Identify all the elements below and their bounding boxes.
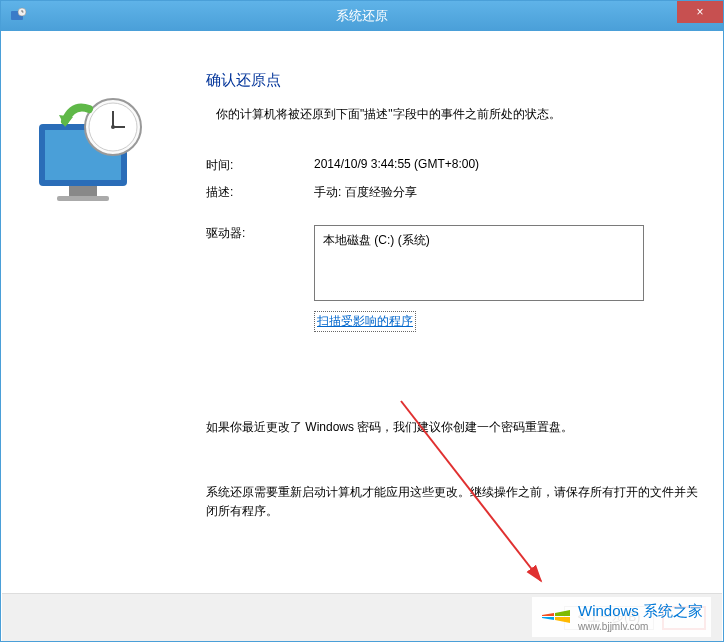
restart-note: 系统还原需要重新启动计算机才能应用这些更改。继续操作之前，请保存所有打开的文件并… — [206, 483, 699, 521]
windows-logo-icon — [540, 601, 572, 633]
time-label: 时间: — [206, 157, 314, 174]
watermark-url: www.bjjmlv.com — [578, 621, 703, 632]
time-value: 2014/10/9 3:44:55 (GMT+8:00) — [314, 157, 479, 174]
drive-row: 驱动器: 本地磁盘 (C:) (系统) 扫描受影响的程序 — [206, 225, 699, 332]
watermark: Windows 系统之家 www.bjjmlv.com — [532, 597, 711, 637]
svg-rect-5 — [57, 196, 109, 201]
desc-value: 手动: 百度经验分享 — [314, 184, 417, 201]
system-restore-icon — [9, 7, 27, 25]
intro-text: 你的计算机将被还原到下面"描述"字段中的事件之前所处的状态。 — [206, 106, 699, 123]
drive-listbox[interactable]: 本地磁盘 (C:) (系统) — [314, 225, 644, 301]
desc-label: 描述: — [206, 184, 314, 201]
svg-rect-4 — [69, 186, 97, 196]
restore-point-illustration-icon — [21, 79, 161, 219]
drive-label: 驱动器: — [206, 225, 314, 242]
drive-container: 本地磁盘 (C:) (系统) 扫描受影响的程序 — [314, 225, 644, 332]
close-icon: × — [696, 5, 703, 19]
watermark-brand: Windows 系统之家 — [578, 602, 703, 621]
desc-row: 描述: 手动: 百度经验分享 — [206, 184, 699, 201]
watermark-text: Windows 系统之家 www.bjjmlv.com — [578, 602, 703, 632]
titlebar: 系统还原 × — [1, 1, 723, 31]
svg-point-10 — [111, 125, 115, 129]
close-button[interactable]: × — [677, 1, 723, 23]
window-title: 系统还原 — [336, 7, 388, 25]
system-restore-window: 系统还原 × — [0, 0, 724, 642]
password-note: 如果你最近更改了 Windows 密码，我们建议你创建一个密码重置盘。 — [206, 418, 699, 437]
drive-item: 本地磁盘 (C:) (系统) — [323, 233, 430, 247]
left-column — [11, 49, 206, 593]
time-row: 时间: 2014/10/9 3:44:55 (GMT+8:00) — [206, 157, 699, 174]
content-area: 确认还原点 你的计算机将被还原到下面"描述"字段中的事件之前所处的状态。 时间:… — [1, 31, 723, 593]
page-heading: 确认还原点 — [206, 71, 699, 90]
scan-affected-programs-link[interactable]: 扫描受影响的程序 — [314, 311, 416, 332]
right-column: 确认还原点 你的计算机将被还原到下面"描述"字段中的事件之前所处的状态。 时间:… — [206, 49, 699, 593]
